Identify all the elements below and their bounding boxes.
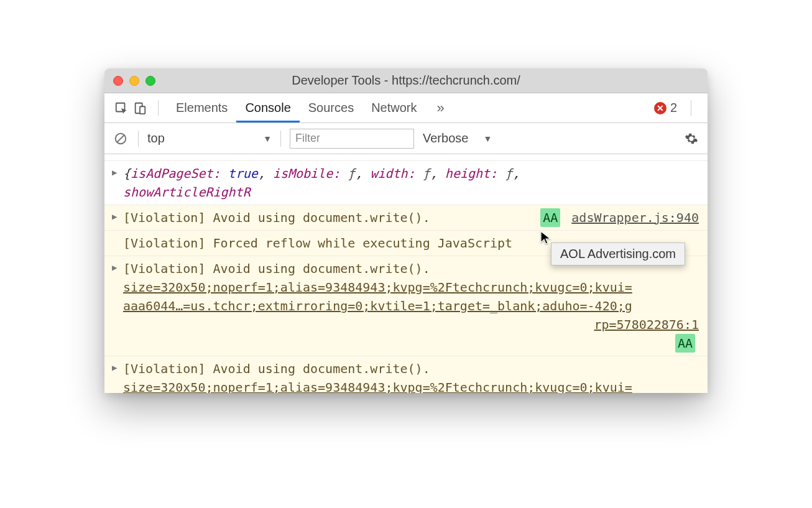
tab-sources[interactable]: Sources bbox=[300, 93, 362, 122]
badge-tooltip: AOL Advertising.com bbox=[551, 242, 685, 266]
maximize-window-button[interactable] bbox=[145, 76, 155, 86]
error-icon: ✕ bbox=[654, 102, 667, 114]
traffic-lights bbox=[113, 76, 155, 86]
separator bbox=[138, 131, 139, 147]
expand-icon[interactable]: ▶ bbox=[112, 210, 117, 223]
tab-network[interactable]: Network bbox=[362, 93, 425, 122]
settings-icon[interactable] bbox=[683, 130, 700, 147]
console-row: (index):443 bbox=[104, 154, 708, 161]
thirdparty-badge[interactable]: AA bbox=[540, 208, 560, 227]
source-link[interactable]: adsWrapper.js:940 bbox=[571, 210, 699, 225]
expand-icon[interactable]: ▶ bbox=[112, 361, 117, 374]
tab-console[interactable]: Console bbox=[236, 93, 299, 122]
console-row-violation: ▶ [Violation] Avoid using document.write… bbox=[104, 356, 708, 393]
inspect-element-icon[interactable] bbox=[112, 99, 131, 118]
console-output: (index):443 ▶ {isAdPageSet: true, isMobi… bbox=[104, 154, 708, 393]
tab-elements[interactable]: Elements bbox=[167, 93, 236, 122]
violation-text: [Violation] Avoid using document.write()… bbox=[123, 261, 430, 276]
violation-text: [Violation] Forced reflow while executin… bbox=[123, 236, 512, 251]
console-row: ▶ {isAdPageSet: true, isMobile: ƒ, width… bbox=[104, 161, 708, 205]
dropdown-icon: ▼ bbox=[263, 134, 272, 144]
violation-text: [Violation] Avoid using document.write()… bbox=[123, 361, 430, 376]
expand-icon[interactable]: ▶ bbox=[112, 166, 117, 179]
minimize-window-button[interactable] bbox=[129, 76, 139, 86]
svg-rect-2 bbox=[140, 106, 145, 114]
window-title: Developer Tools - https://techcrunch.com… bbox=[104, 73, 708, 88]
stack-link[interactable]: aaa6044…=us.tchcr;extmirroring=0;kvtile=… bbox=[123, 298, 632, 313]
separator bbox=[158, 100, 159, 116]
separator bbox=[691, 100, 691, 116]
thirdparty-badge[interactable]: AA bbox=[675, 334, 695, 353]
stack-link[interactable]: size=320x50;noperf=1;alias=93484943;kvpg… bbox=[123, 280, 632, 295]
devtools-window: Developer Tools - https://techcrunch.com… bbox=[104, 68, 708, 393]
stack-link[interactable]: rp=578022876:1 bbox=[594, 317, 699, 332]
console-row-violation: ▶ [Violation] Avoid using document.write… bbox=[104, 205, 708, 231]
filter-input[interactable] bbox=[290, 129, 414, 149]
panel-tabs: Elements Console Sources Network » ✕ 2 bbox=[104, 93, 708, 123]
expand-icon[interactable]: ▶ bbox=[112, 261, 117, 274]
log-level-select[interactable]: Verbose ▼ bbox=[423, 131, 492, 145]
stack-link[interactable]: size=320x50;noperf=1;alias=93484943;kvpg… bbox=[123, 380, 632, 393]
log-level-label: Verbose bbox=[423, 131, 468, 145]
context-label: top bbox=[147, 131, 165, 145]
console-toolbar: top ▼ Verbose ▼ bbox=[104, 123, 708, 154]
console-row-violation: ▶ [Violation] Avoid using document.write… bbox=[104, 256, 708, 356]
dropdown-icon: ▼ bbox=[483, 134, 492, 144]
error-count-badge[interactable]: ✕ 2 bbox=[654, 101, 677, 115]
clear-console-icon[interactable] bbox=[112, 130, 129, 147]
violation-text: [Violation] Avoid using document.write()… bbox=[123, 210, 430, 225]
separator bbox=[280, 131, 281, 147]
device-toolbar-icon[interactable] bbox=[131, 99, 149, 118]
context-select[interactable]: top ▼ bbox=[147, 131, 272, 145]
more-tabs-button[interactable]: » bbox=[432, 100, 450, 116]
error-count: 2 bbox=[670, 101, 677, 115]
titlebar: Developer Tools - https://techcrunch.com… bbox=[104, 68, 708, 93]
close-window-button[interactable] bbox=[113, 76, 123, 86]
